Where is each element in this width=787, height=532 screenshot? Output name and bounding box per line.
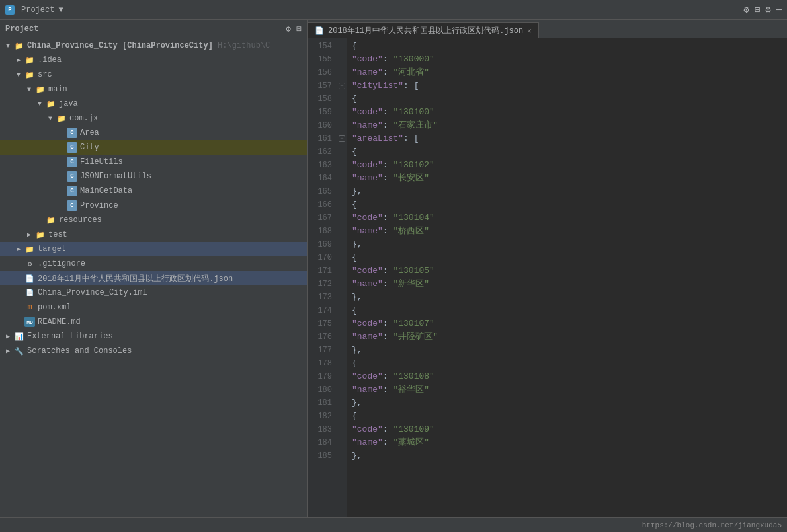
readme-icon: MD bbox=[24, 316, 36, 328]
layout-icon[interactable]: ⊟ bbox=[755, 4, 760, 15]
imlfile-label: China_Province_City.iml bbox=[38, 288, 147, 297]
gear-icon[interactable]: ⚙ bbox=[765, 4, 770, 15]
minimize-icon[interactable]: ─ bbox=[776, 5, 782, 15]
sidebar-item-java[interactable]: ▼ 📁 java bbox=[0, 96, 307, 111]
line-number-180: 180 bbox=[308, 383, 332, 397]
code-line-157: "cityList": [ bbox=[352, 79, 787, 93]
sidebar-item-src[interactable]: ▼ 📁 src bbox=[0, 67, 307, 82]
sidebar: Project ⚙ ⊟ ▼ 📁 China_Province_City [Chi… bbox=[0, 20, 308, 517]
area-label: Area bbox=[80, 128, 99, 137]
jsonfile-label: 2018年11月中华人民共和国县以上行政区划代码.json bbox=[38, 273, 233, 284]
sidebar-icon2[interactable]: ⊟ bbox=[296, 24, 302, 34]
gutter-line-184 bbox=[337, 436, 347, 449]
gutter-line-166 bbox=[337, 198, 347, 211]
sidebar-item-readme[interactable]: ▶ MD README.md bbox=[0, 315, 307, 329]
line-number-157: 157 bbox=[308, 79, 332, 93]
root-folder-icon: 📁 bbox=[13, 40, 25, 52]
code-line-181: }, bbox=[352, 397, 787, 410]
area-class-icon: C bbox=[66, 127, 78, 139]
gutter-line-176 bbox=[337, 330, 347, 344]
idea-folder-icon: 📁 bbox=[24, 54, 36, 66]
sidebar-item-fileutils[interactable]: ▶ C FileUtils bbox=[0, 155, 307, 169]
gutter-line-170 bbox=[337, 251, 347, 264]
target-label: target bbox=[38, 245, 66, 254]
gutter-line-160 bbox=[337, 119, 347, 132]
sidebar-item-jsonfile[interactable]: ▶ 📄 2018年11月中华人民共和国县以上行政区划代码.json bbox=[0, 271, 307, 285]
title-dropdown-icon[interactable]: ▼ bbox=[58, 5, 63, 15]
code-line-166: { bbox=[352, 198, 787, 211]
extlibs-label: External Libraries bbox=[27, 332, 113, 341]
tab-close-button[interactable]: ✕ bbox=[527, 26, 532, 35]
province-class-icon: C bbox=[66, 200, 78, 211]
line-number-154: 154 bbox=[308, 40, 332, 53]
gutter-line-173 bbox=[337, 291, 347, 304]
gutter: −− bbox=[337, 38, 347, 517]
src-label: src bbox=[38, 70, 52, 79]
province-label: Province bbox=[80, 201, 118, 210]
fileutils-class-icon: C bbox=[66, 156, 78, 168]
sidebar-item-area[interactable]: ▶ C Area bbox=[0, 126, 307, 140]
line-number-172: 172 bbox=[308, 278, 332, 291]
sidebar-header-icons: ⚙ ⊟ bbox=[286, 24, 302, 34]
gutter-line-154 bbox=[337, 40, 347, 53]
line-number-175: 175 bbox=[308, 317, 332, 330]
fold-marker-157[interactable]: − bbox=[339, 83, 345, 89]
sidebar-item-pomxml[interactable]: ▶ m pom.xml bbox=[0, 300, 307, 315]
code-line-164: "name": "长安区" bbox=[352, 172, 787, 185]
src-arrow: ▼ bbox=[13, 71, 24, 79]
code-line-183: "code": "130109" bbox=[352, 423, 787, 436]
comjx-folder-icon: 📁 bbox=[56, 112, 67, 124]
line-number-155: 155 bbox=[308, 53, 332, 66]
editor-tab-jsonfile[interactable]: 📄 2018年11月中华人民共和国县以上行政区划代码.json ✕ bbox=[308, 22, 539, 38]
sidebar-item-external-libraries[interactable]: ▶ 📊 External Libraries bbox=[0, 329, 307, 344]
editor-content: 1541551561571581591601611621631641651661… bbox=[308, 38, 787, 517]
line-number-174: 174 bbox=[308, 304, 332, 317]
line-number-179: 179 bbox=[308, 370, 332, 383]
code-line-176: "name": "井陉矿区" bbox=[352, 330, 787, 344]
sidebar-content: ▼ 📁 China_Province_City [ChinaProvinceCi… bbox=[0, 38, 307, 517]
sidebar-item-idea[interactable]: ▶ 📁 .idea bbox=[0, 53, 307, 67]
target-folder-icon: 📁 bbox=[24, 243, 36, 255]
sidebar-item-comjx[interactable]: ▼ 📁 com.jx bbox=[0, 111, 307, 126]
sidebar-icon1[interactable]: ⚙ bbox=[286, 24, 291, 34]
code-line-158: { bbox=[352, 93, 787, 106]
code-line-174: { bbox=[352, 304, 787, 317]
resources-folder-icon: 📁 bbox=[45, 214, 57, 226]
resources-label: resources bbox=[59, 215, 102, 225]
sidebar-item-jsonformatutils[interactable]: ▶ C JSONFormatUtils bbox=[0, 169, 307, 184]
idea-arrow: ▶ bbox=[13, 56, 24, 64]
test-folder-icon: 📁 bbox=[34, 229, 46, 241]
java-folder-icon: 📁 bbox=[45, 98, 57, 110]
sidebar-item-gitignore[interactable]: ▶ ⚙ .gitignore bbox=[0, 256, 307, 271]
line-number-162: 162 bbox=[308, 145, 332, 159]
settings-icon[interactable]: ⚙ bbox=[743, 4, 749, 15]
pomxml-icon: m bbox=[24, 301, 36, 313]
sidebar-item-test[interactable]: ▶ 📁 test bbox=[0, 227, 307, 242]
sidebar-item-main[interactable]: ▼ 📁 main bbox=[0, 82, 307, 96]
code-line-180: "name": "裕华区" bbox=[352, 383, 787, 397]
code-area[interactable]: { "code": "130000" "name": "河北省" "cityLi… bbox=[347, 38, 787, 517]
gutter-line-164 bbox=[337, 172, 347, 185]
code-line-169: }, bbox=[352, 238, 787, 251]
gutter-line-167 bbox=[337, 211, 347, 225]
gutter-line-155 bbox=[337, 53, 347, 66]
sidebar-item-target[interactable]: ▶ 📁 target bbox=[0, 242, 307, 256]
title-bar-icons: ⚙ ⊟ ⚙ ─ bbox=[743, 4, 782, 15]
sidebar-item-imlfile[interactable]: ▶ 📄 China_Province_City.iml bbox=[0, 285, 307, 300]
sidebar-item-root[interactable]: ▼ 📁 China_Province_City [ChinaProvinceCi… bbox=[0, 38, 307, 53]
code-line-177: }, bbox=[352, 344, 787, 357]
gutter-line-169 bbox=[337, 238, 347, 251]
jsonfile-icon: 📄 bbox=[24, 272, 36, 284]
code-line-179: "code": "130108" bbox=[352, 370, 787, 383]
status-url: https://blog.csdn.net/jiangxuda5 bbox=[642, 521, 782, 529]
sidebar-item-resources[interactable]: ▶ 📁 resources bbox=[0, 213, 307, 227]
sidebar-item-maingetdata[interactable]: ▶ C MainGetData bbox=[0, 184, 307, 198]
fold-marker-161[interactable]: − bbox=[339, 135, 345, 142]
sidebar-item-city[interactable]: ▶ C City bbox=[0, 140, 307, 155]
gutter-line-165 bbox=[337, 185, 347, 198]
gutter-line-180 bbox=[337, 383, 347, 397]
code-line-159: "code": "130100" bbox=[352, 106, 787, 119]
sidebar-item-scratches[interactable]: ▶ 🔧 Scratches and Consoles bbox=[0, 344, 307, 358]
title-bar: P Project ▼ ⚙ ⊟ ⚙ ─ bbox=[0, 0, 787, 20]
sidebar-item-province[interactable]: ▶ C Province bbox=[0, 198, 307, 213]
